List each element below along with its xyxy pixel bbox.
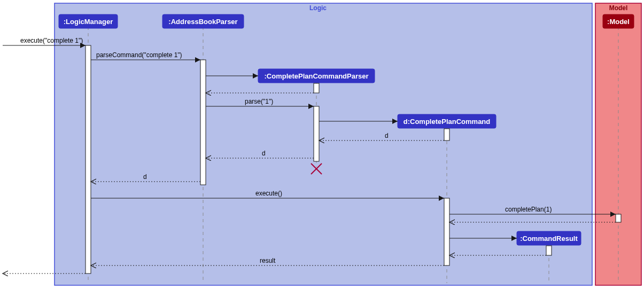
- msg-return-d3-label: d: [143, 173, 147, 181]
- participant-model: :Model: [603, 14, 634, 28]
- participant-address-book-parser: :AddressBookParser: [162, 14, 244, 28]
- activation-address-book-parser: [200, 60, 206, 185]
- participant-complete-command: d:CompletePlanCommand: [398, 114, 496, 128]
- msg-execute-label: execute("complete 1"): [20, 37, 83, 44]
- participant-complete-parser: :CompletePlanCommandParser: [258, 69, 375, 83]
- activation-complete-parser-2: [314, 106, 319, 161]
- participant-logic-manager-label: :LogicManager: [64, 18, 113, 26]
- msg-parse-label: parse("1"): [245, 98, 273, 105]
- msg-parse-command-label: parseCommand("complete 1"): [96, 51, 182, 59]
- msg-return-d2-label: d: [262, 150, 266, 157]
- activation-complete-command-1: [444, 129, 449, 140]
- participant-complete-parser-label: :CompletePlanCommandParser: [264, 72, 368, 80]
- activation-logic-manager: [86, 45, 91, 274]
- participant-complete-command-label: d:CompletePlanCommand: [404, 118, 491, 126]
- frame-logic-label: Logic: [309, 4, 327, 12]
- participant-logic-manager: :LogicManager: [59, 14, 118, 28]
- participant-model-label: :Model: [607, 18, 630, 26]
- activation-command-result: [546, 246, 552, 255]
- msg-return-d1-label: d: [385, 132, 389, 139]
- msg-result-label: result: [260, 257, 276, 264]
- frame-model-label: Model: [609, 4, 628, 12]
- activation-complete-command-2: [444, 198, 449, 265]
- participant-command-result-label: :CommandResult: [520, 235, 578, 243]
- participant-address-book-parser-label: :AddressBookParser: [168, 18, 237, 26]
- activation-complete-parser-1: [314, 83, 319, 93]
- sequence-diagram: Logic Model :LogicManager :AddressBookPa…: [0, 0, 644, 289]
- frame-logic: Logic: [55, 3, 592, 285]
- svg-rect-0: [55, 3, 592, 285]
- msg-complete-plan-label: completePlan(1): [505, 206, 552, 213]
- activation-model: [616, 214, 621, 222]
- msg-execute-cmd-label: execute(): [255, 190, 282, 197]
- participant-command-result: :CommandResult: [517, 231, 581, 245]
